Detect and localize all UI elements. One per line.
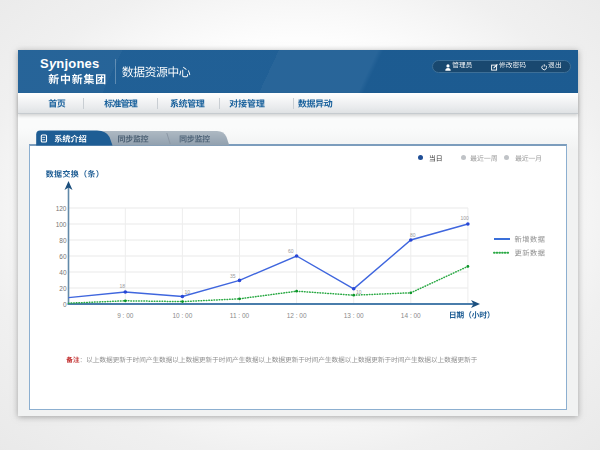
svg-text:9 : 00: 9 : 00 bbox=[117, 312, 134, 319]
svg-text:12 : 00: 12 : 00 bbox=[287, 312, 307, 319]
svg-text:100: 100 bbox=[56, 221, 67, 228]
svg-text:20: 20 bbox=[59, 285, 67, 292]
svg-text:80: 80 bbox=[59, 237, 67, 244]
svg-text:60: 60 bbox=[59, 253, 67, 260]
svg-text:100: 100 bbox=[461, 215, 470, 221]
svg-text:80: 80 bbox=[410, 232, 416, 238]
svg-text:10: 10 bbox=[356, 289, 362, 295]
svg-text:120: 120 bbox=[56, 205, 67, 212]
svg-text:11 : 00: 11 : 00 bbox=[230, 312, 250, 319]
svg-text:60: 60 bbox=[288, 248, 294, 254]
svg-text:13 : 00: 13 : 00 bbox=[344, 312, 364, 319]
svg-text:18: 18 bbox=[120, 283, 126, 289]
svg-text:0: 0 bbox=[63, 301, 67, 308]
svg-text:35: 35 bbox=[230, 273, 236, 279]
svg-text:10: 10 bbox=[185, 289, 191, 295]
svg-text:40: 40 bbox=[59, 269, 67, 276]
svg-text:10 : 00: 10 : 00 bbox=[172, 312, 192, 319]
svg-text:14 : 00: 14 : 00 bbox=[401, 312, 421, 319]
